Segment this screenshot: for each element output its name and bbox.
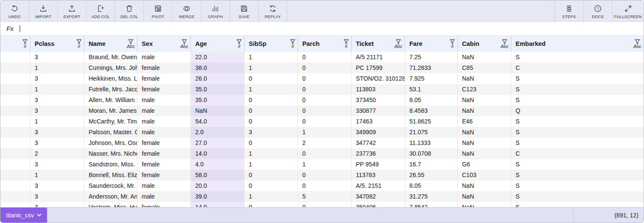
cell-parch[interactable]: 1 [298,159,352,170]
filter-icon[interactable] [236,39,242,44]
cell-parch[interactable]: 0 [298,105,352,116]
cell-parch[interactable]: 0 [298,52,352,63]
column-header-sibsp[interactable]: SibSp # [244,36,298,52]
cell-embarked[interactable]: C [511,148,644,159]
graph-button[interactable]: GRAPH [201,0,230,21]
cell-pclass[interactable]: 1 [30,116,84,127]
cell-cabin[interactable]: E46 [458,116,511,127]
cell-parch[interactable]: 0 [298,148,352,159]
row-index-cell[interactable] [0,116,30,127]
cell-pclass[interactable]: 3 [30,191,84,202]
cell-sex[interactable]: male [137,95,191,105]
cell-cabin[interactable]: NaN [458,202,511,207]
cell-pclass[interactable]: 3 [30,73,84,84]
row-index-cell[interactable] [0,84,30,95]
cell-ticket[interactable]: PP 9549 [352,159,405,170]
export-button[interactable]: EXPORT [58,0,86,21]
column-header-ticket[interactable]: Ticket Abc [352,36,405,52]
cell-fare[interactable]: 7.925 [405,73,458,84]
cell-age[interactable]: 38.0 [191,63,244,73]
cell-sex[interactable]: female [137,138,191,148]
cell-embarked[interactable]: S [511,95,644,105]
cell-sex[interactable]: female [137,202,191,207]
cell-age[interactable]: 14.0 [191,202,244,207]
cell-age[interactable]: NaN [191,105,244,116]
filter-icon[interactable] [450,39,455,44]
cell-embarked[interactable]: C [511,63,644,73]
cell-embarked[interactable]: S [511,181,644,191]
cell-fare[interactable]: 71.2833 [405,63,458,73]
cell-ticket[interactable]: 237736 [352,148,405,159]
cell-ticket[interactable]: 349909 [352,127,405,138]
row-index-cell[interactable] [0,159,30,170]
cell-embarked[interactable]: Q [511,105,644,116]
column-header-embarked[interactable]: Embarked Abc [511,36,644,52]
cell-sex[interactable]: male [137,105,191,116]
cell-embarked[interactable]: S [511,73,644,84]
cell-embarked[interactable]: S [511,202,644,207]
cell-sibsp[interactable]: 1 [244,84,298,95]
cell-fare[interactable]: 51.8625 [405,116,458,127]
cell-fare[interactable]: 30.0708 [405,148,458,159]
cell-cabin[interactable]: C103 [458,170,511,181]
cell-cabin[interactable]: C85 [458,63,511,73]
undo-button[interactable]: UNDO [0,0,29,21]
row-index-cell[interactable] [0,202,30,207]
cell-sibsp[interactable]: 1 [244,159,298,170]
cell-age[interactable]: 4.0 [191,159,244,170]
cell-sex[interactable]: female [137,170,191,181]
cell-fare[interactable]: 8.05 [405,95,458,105]
cell-pclass[interactable]: 3 [30,105,84,116]
cell-sibsp[interactable]: 1 [244,191,298,202]
cell-ticket[interactable]: 347742 [352,138,405,148]
cell-sex[interactable]: female [137,148,191,159]
cell-pclass[interactable]: 3 [30,181,84,191]
cell-parch[interactable]: 0 [298,63,352,73]
cell-name[interactable]: Nasser, Mrs. Nicho… [84,148,137,159]
cell-ticket[interactable]: 347082 [352,191,405,202]
docs-button[interactable]: ? DOCS [583,0,612,21]
cell-sibsp[interactable]: 1 [244,148,298,159]
cell-fare[interactable]: 31.275 [405,191,458,202]
column-header-parch[interactable]: Parch # [298,36,352,52]
cell-age[interactable]: 35.0 [191,84,244,95]
cell-sibsp[interactable]: 3 [244,127,298,138]
cell-sex[interactable]: male [137,52,191,63]
cell-name[interactable]: Heikkinen, Miss. L… [84,73,137,84]
cell-ticket[interactable]: STON/O2. 3101282 [352,73,405,84]
cell-name[interactable]: Moran, Mr. James [84,105,137,116]
filter-icon[interactable] [182,39,187,44]
cell-cabin[interactable]: NaN [458,191,511,202]
merge-button[interactable]: MERGE [173,0,201,21]
cell-pclass[interactable]: 1 [30,84,84,95]
cell-embarked[interactable]: S [511,191,644,202]
cell-cabin[interactable]: C123 [458,84,511,95]
cell-sibsp[interactable]: 0 [244,181,298,191]
cell-ticket[interactable]: A/5 21171 [352,52,405,63]
cell-parch[interactable]: 5 [298,191,352,202]
cell-sibsp[interactable]: 1 [244,52,298,63]
cell-parch[interactable]: 0 [298,84,352,95]
steps-button[interactable]: STEPS [555,0,583,21]
row-index-cell[interactable] [0,73,30,84]
cell-pclass[interactable]: 3 [30,202,84,207]
import-button[interactable]: IMPORT [29,0,58,21]
cell-parch[interactable]: 0 [298,202,352,207]
cell-sex[interactable]: female [137,84,191,95]
column-header-sex[interactable]: Sex Abc [137,36,191,52]
cell-ticket[interactable]: A/5. 2151 [352,181,405,191]
fullscreen-button[interactable]: FULLSCREEN [612,0,644,21]
formula-bar[interactable]: Fx [0,22,644,36]
cell-cabin[interactable]: G6 [458,159,511,170]
cell-ticket[interactable]: 373450 [352,95,405,105]
cell-name[interactable]: Palsson, Master. G… [84,127,137,138]
cell-sex[interactable]: female [137,159,191,170]
sheet-tab-titanic-csv[interactable]: titanic_csv [0,208,47,223]
cell-name[interactable]: Johnson, Mrs. Osc… [84,138,137,148]
cell-name[interactable]: Braund, Mr. Owen … [84,52,137,63]
cell-sibsp[interactable]: 0 [244,138,298,148]
cell-age[interactable]: 14.0 [191,148,244,159]
filter-icon[interactable] [128,39,134,44]
cell-name[interactable]: Cumings, Mrs. Joh… [84,63,137,73]
cell-sibsp[interactable]: 0 [244,116,298,127]
